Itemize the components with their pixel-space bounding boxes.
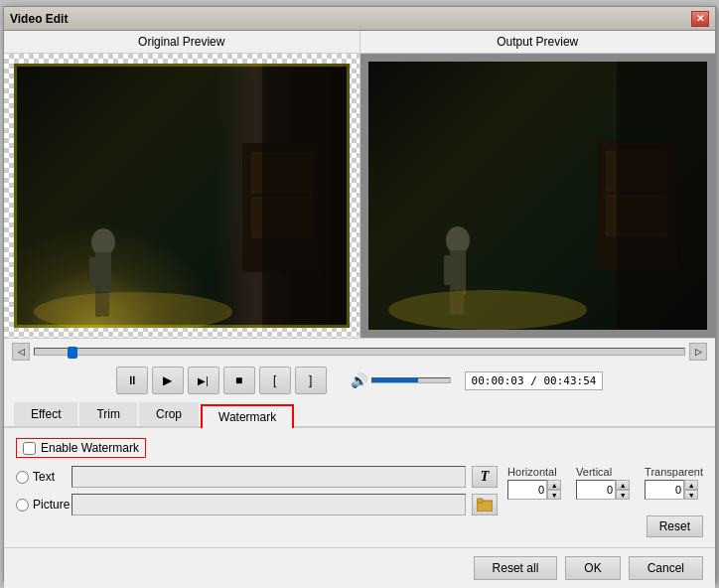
transparent-spinners: ▲ ▼ bbox=[684, 480, 698, 500]
next-frame-button[interactable]: ▶| bbox=[188, 367, 219, 394]
folder-icon bbox=[477, 498, 493, 512]
time-total: 00:43:54 bbox=[543, 374, 596, 387]
vertical-input-row: ▲ ▼ bbox=[576, 480, 630, 500]
enable-watermark-row: Enable Watermark bbox=[16, 438, 703, 458]
playback-row: ⏸ ▶ ▶| ■ [ ] 🔊 00:00:03 / 00:43:54 bbox=[12, 363, 707, 398]
vertical-spinners: ▲ ▼ bbox=[616, 480, 630, 500]
position-inputs-row: Horizontal ▲ ▼ Vertical bbox=[507, 466, 703, 500]
tab-watermark[interactable]: Watermark bbox=[201, 404, 294, 428]
watermark-main-row: Text T Picture bbox=[16, 466, 703, 537]
stop-button[interactable]: ■ bbox=[223, 367, 255, 394]
transparent-group: Transparent ▲ ▼ bbox=[645, 466, 703, 500]
output-scene bbox=[368, 62, 708, 330]
output-preview-canvas bbox=[360, 54, 716, 338]
output-scene-svg bbox=[368, 62, 708, 330]
scrubber-left-icon[interactable]: ◁ bbox=[12, 343, 30, 361]
text-radio-label[interactable]: Text bbox=[16, 470, 66, 484]
enable-watermark-checkbox[interactable] bbox=[23, 442, 36, 455]
horizontal-up[interactable]: ▲ bbox=[547, 480, 561, 490]
output-preview-pane: Output Preview bbox=[360, 31, 716, 338]
picture-radio[interactable] bbox=[16, 499, 29, 512]
picture-option-row: Picture bbox=[16, 494, 498, 515]
svg-rect-21 bbox=[617, 62, 708, 330]
reset-all-button[interactable]: Reset all bbox=[474, 556, 558, 580]
time-current: 00:00:03 bbox=[472, 374, 524, 387]
output-preview-label: Output Preview bbox=[360, 31, 716, 54]
volume-area: 🔊 bbox=[351, 372, 451, 388]
text-format-button[interactable]: T bbox=[472, 466, 498, 488]
preview-area: Original Preview bbox=[4, 31, 715, 339]
watermark-panel: Enable Watermark Text T bbox=[4, 428, 715, 547]
original-scene bbox=[14, 64, 350, 328]
scrubber-bar[interactable] bbox=[34, 348, 685, 356]
time-display: 00:00:03 / 00:43:54 bbox=[465, 371, 604, 390]
bottom-bar: Reset all OK Cancel bbox=[4, 547, 715, 588]
watermark-inputs: Text T Picture bbox=[16, 466, 498, 515]
volume-icon: 🔊 bbox=[351, 372, 367, 388]
ok-button[interactable]: OK bbox=[565, 556, 620, 580]
window-title: Video Edit bbox=[10, 12, 68, 26]
picture-radio-label[interactable]: Picture bbox=[16, 498, 66, 512]
position-area: Horizontal ▲ ▼ Vertical bbox=[507, 466, 703, 537]
svg-rect-23 bbox=[477, 499, 483, 503]
output-video-frame bbox=[368, 62, 708, 330]
video-edit-window: Video Edit ✕ Original Preview bbox=[3, 6, 716, 582]
svg-rect-14 bbox=[458, 255, 466, 285]
original-preview-canvas bbox=[4, 54, 360, 338]
transparent-down[interactable]: ▼ bbox=[684, 490, 698, 500]
enable-watermark-text: Enable Watermark bbox=[41, 441, 139, 455]
title-bar: Video Edit ✕ bbox=[4, 7, 715, 31]
horizontal-label: Horizontal bbox=[507, 466, 557, 478]
scrubber-thumb[interactable] bbox=[68, 347, 77, 359]
svg-point-11 bbox=[446, 226, 470, 254]
pause-button[interactable]: ⏸ bbox=[116, 367, 148, 394]
scrubber-right-icon[interactable]: ▷ bbox=[689, 343, 707, 361]
original-preview-label: Original Preview bbox=[4, 31, 360, 54]
mark-in-button[interactable]: [ bbox=[259, 367, 291, 394]
text-option-row: Text T bbox=[16, 466, 498, 488]
controls-area: ◁ ▷ ⏸ ▶ ▶| ■ [ ] 🔊 00:00:03 / 00:43:54 bbox=[4, 339, 715, 402]
tab-trim[interactable]: Trim bbox=[79, 402, 137, 426]
scrubber-row: ◁ ▷ bbox=[12, 343, 707, 361]
picture-label: Picture bbox=[33, 498, 70, 512]
video-border bbox=[14, 64, 350, 328]
text-radio[interactable] bbox=[16, 471, 29, 484]
tab-crop[interactable]: Crop bbox=[139, 402, 199, 426]
horizontal-down[interactable]: ▼ bbox=[547, 490, 561, 500]
time-sep: / bbox=[524, 374, 544, 387]
text-input[interactable] bbox=[72, 466, 466, 488]
vertical-down[interactable]: ▼ bbox=[616, 490, 630, 500]
play-button[interactable]: ▶ bbox=[152, 367, 184, 394]
transparent-up[interactable]: ▲ bbox=[684, 480, 698, 490]
cancel-button[interactable]: Cancel bbox=[629, 556, 703, 580]
vertical-input[interactable] bbox=[576, 480, 616, 500]
original-video-frame bbox=[14, 64, 350, 328]
tabs-row: Effect Trim Crop Watermark bbox=[4, 402, 715, 428]
horizontal-input[interactable] bbox=[507, 480, 547, 500]
reset-button[interactable]: Reset bbox=[647, 515, 703, 537]
transparent-input-row: ▲ ▼ bbox=[645, 480, 698, 500]
volume-fill bbox=[372, 378, 419, 382]
reset-btn-row: Reset bbox=[507, 504, 703, 537]
transparent-label: Transparent bbox=[645, 466, 703, 478]
transparent-input[interactable] bbox=[645, 480, 684, 500]
vertical-label: Vertical bbox=[576, 466, 612, 478]
svg-rect-13 bbox=[444, 255, 452, 285]
horizontal-group: Horizontal ▲ ▼ bbox=[507, 466, 561, 500]
vertical-group: Vertical ▲ ▼ bbox=[576, 466, 630, 500]
volume-slider[interactable] bbox=[371, 377, 451, 383]
enable-watermark-label[interactable]: Enable Watermark bbox=[16, 438, 146, 458]
close-button[interactable]: ✕ bbox=[691, 11, 709, 27]
text-label: Text bbox=[33, 470, 55, 484]
horizontal-spinners: ▲ ▼ bbox=[547, 480, 561, 500]
picture-browse-button[interactable] bbox=[472, 494, 498, 515]
tab-effect[interactable]: Effect bbox=[14, 402, 77, 426]
vertical-up[interactable]: ▲ bbox=[616, 480, 630, 490]
svg-point-17 bbox=[388, 290, 587, 330]
picture-input[interactable] bbox=[72, 494, 466, 515]
mark-out-button[interactable]: ] bbox=[295, 367, 327, 394]
original-preview-pane: Original Preview bbox=[4, 31, 360, 338]
horizontal-input-row: ▲ ▼ bbox=[507, 480, 561, 500]
